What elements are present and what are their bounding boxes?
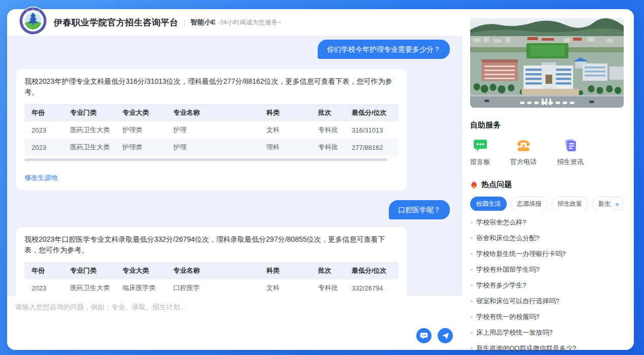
self-service-title: 自助服务: [470, 120, 624, 130]
column-header: 年份: [24, 262, 67, 279]
table-cell: 文科: [263, 121, 315, 139]
news-icon: [563, 138, 577, 153]
user-message-bubble: 口腔医学呢？: [389, 200, 450, 219]
bot-message-card: 我校2023年口腔医学专业文科录取最低分332分/26794位次，理科录取最低分…: [16, 227, 407, 296]
hot-question-item[interactable]: 学校有统一的校服吗?: [470, 309, 624, 325]
carousel-dot[interactable]: [556, 102, 560, 104]
table-cell: 316/31013: [349, 121, 398, 139]
chat-area: 你们学校今年护理专业需要多少分？我校2023年护理专业文科最低分316分/310…: [7, 36, 462, 296]
service-label: 招生资讯: [557, 157, 584, 167]
chat-input[interactable]: [15, 303, 444, 332]
change-source-region-link[interactable]: 修改生源地: [24, 173, 57, 182]
table-header-row: 年份专业门类专业大类专业名称科类批次最低分/位次: [24, 262, 398, 279]
table-horizontal-scrollbar[interactable]: [24, 158, 387, 161]
sidebar: 自助服务 留言板官方电话招生资讯 热点问题 校园生活志愿填报招生政策新生报到 »…: [462, 9, 634, 350]
paper-plane-icon: [442, 332, 449, 340]
scores-table: 年份专业门类专业大类专业名称科类批次最低分/位次2023医药卫生大类临床医学类口…: [24, 262, 398, 296]
campus-photo-illustration: [470, 18, 624, 108]
service-admission-news[interactable]: 招生资讯: [557, 138, 584, 167]
carousel-dot[interactable]: [541, 102, 546, 104]
column-header: 批次: [315, 262, 349, 279]
column-header: 批次: [315, 104, 349, 121]
hot-question-item[interactable]: 床上用品学校统一发放吗?: [470, 325, 624, 340]
page-title: 伊春职业学院官方招生咨询平台: [54, 17, 178, 28]
message-board-icon: [473, 138, 487, 153]
hot-questions-title: 热点问题: [481, 180, 512, 189]
assistant-name: 智能小E: [191, 18, 216, 27]
table-cell: 医药卫生大类: [67, 139, 119, 156]
hot-topic-tabs: 校园生活志愿填报招生政策新生报到 »: [470, 197, 624, 211]
table-row: 2023医药卫生大类临床医学类口腔医学文科专科批332/26794: [24, 279, 398, 296]
hot-question-item[interactable]: 学校有外国留学生吗?: [470, 262, 624, 277]
self-service-row: 留言板官方电话招生资讯: [470, 138, 624, 167]
carousel-dot[interactable]: [520, 102, 525, 104]
page-background: 伊春职业学院官方招生咨询平台 | 智能小E ·24小时竭诚为您服务~ 你们学校今…: [0, 0, 644, 355]
carousel-dot[interactable]: [563, 102, 567, 104]
table-cell: 临床医学类: [119, 279, 170, 296]
column-header: 科类: [263, 262, 315, 279]
column-header: 最低分/位次: [349, 262, 398, 279]
hot-question-item[interactable]: 学校宿舍怎么样?: [470, 214, 624, 230]
tabs-scroll-right-button[interactable]: »: [610, 197, 624, 210]
table-row: 2023医药卫生大类护理类护理文科专科批316/31013: [24, 121, 398, 139]
carousel-dot[interactable]: [527, 102, 532, 104]
table-cell: 文科: [263, 279, 315, 296]
hot-question-list: 学校宿舍怎么样?宿舍和床位怎么分配?学校给新生统一办理银行卡吗?学校有外国留学生…: [470, 214, 624, 355]
table-row: 2023医药卫生大类护理类护理理科专科批277/88162: [24, 139, 398, 156]
table-cell: 277/88162: [349, 139, 398, 156]
table-header-row: 年份专业门类专业大类专业名称科类批次最低分/位次: [24, 104, 398, 121]
table-cell: 医药卫生大类: [67, 279, 119, 296]
table-cell: 护理类: [119, 139, 170, 156]
service-message-board[interactable]: 留言板: [470, 138, 490, 167]
column-header: 专业大类: [119, 104, 170, 121]
column-header: 专业大类: [119, 262, 170, 279]
carousel-dot[interactable]: [570, 102, 574, 104]
hot-topic-tab[interactable]: 志愿填报: [511, 197, 547, 211]
service-label: 官方电话: [510, 157, 537, 167]
carousel-dot[interactable]: [548, 102, 553, 104]
campus-photo-carousel: [470, 18, 624, 108]
column-header: 年份: [24, 104, 67, 121]
scores-table: 年份专业门类专业大类专业名称科类批次最低分/位次2023医药卫生大类护理类护理文…: [24, 104, 398, 156]
carousel-dots: [470, 102, 624, 104]
chat-bubble-icon: [420, 332, 428, 340]
main-card: 伊春职业学院官方招生咨询平台 | 智能小E ·24小时竭诚为您服务~ 你们学校今…: [7, 9, 634, 350]
service-official-phone[interactable]: 官方电话: [510, 138, 537, 167]
hot-question-item[interactable]: 学校给新生统一办理银行卡吗?: [470, 246, 624, 262]
hot-topic-tab[interactable]: 招生政策: [551, 197, 588, 211]
flame-icon: [470, 180, 478, 189]
table-cell: 2023: [24, 139, 67, 156]
user-message-bubble: 你们学校今年护理专业需要多少分？: [318, 40, 450, 59]
message-input-area: [7, 296, 462, 350]
quick-reply-bubble-button[interactable]: [416, 328, 432, 343]
carousel-dot[interactable]: [534, 102, 539, 104]
table-cell: 2023: [24, 279, 67, 296]
column-header: 科类: [263, 104, 315, 121]
table-cell: 理科: [263, 139, 315, 156]
send-button[interactable]: [438, 328, 453, 343]
chat-messages: 你们学校今年护理专业需要多少分？我校2023年护理专业文科最低分316分/310…: [16, 39, 450, 296]
column-header: 专业名称: [170, 104, 263, 121]
bot-message-text: 我校2023年口腔医学专业文科录取最低分332分/26794位次，理科录取最低分…: [24, 234, 398, 255]
table-cell: 2023: [24, 121, 67, 139]
hot-question-item[interactable]: 新生咨询的QQ群或微信群是多少?: [470, 340, 624, 355]
table-cell: 专科批: [315, 139, 349, 156]
title-separator: |: [183, 18, 186, 26]
hot-questions-title-row: 热点问题: [470, 180, 624, 189]
table-cell: 332/26794: [349, 279, 398, 296]
table-cell: 口腔医学: [170, 279, 263, 296]
table-cell: 医药卫生大类: [67, 121, 119, 139]
column-header: 最低分/位次: [349, 104, 398, 121]
column-header: 专业门类: [67, 262, 119, 279]
hot-question-item[interactable]: 学校有多少学生?: [470, 277, 624, 293]
table-cell: 专科批: [315, 121, 349, 139]
header: 伊春职业学院官方招生咨询平台 | 智能小E ·24小时竭诚为您服务~: [7, 9, 462, 36]
hot-question-item[interactable]: 宿舍和床位怎么分配?: [470, 230, 624, 246]
hot-topic-tab[interactable]: 校园生活: [470, 197, 507, 211]
tabs-list: 校园生活志愿填报招生政策新生报到: [470, 197, 624, 211]
hot-question-item[interactable]: 寝室和床位可以自行选择吗?: [470, 293, 624, 309]
assistant-tagline: ·24小时竭诚为您服务~: [218, 18, 281, 27]
column-header: 专业名称: [170, 262, 263, 279]
column-header: 专业门类: [67, 104, 119, 121]
bot-message-text: 我校2023年护理专业文科最低分316分/31013位次，理科最低分277分/8…: [24, 76, 398, 98]
